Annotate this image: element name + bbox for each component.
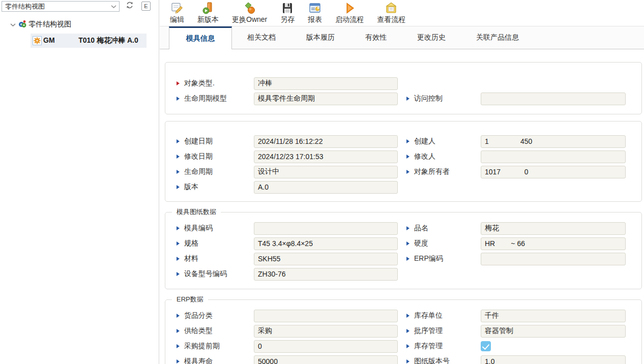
modifier-field[interactable] [481,150,626,163]
arrow-icon [177,139,180,143]
e-button-label: E [144,3,148,9]
refresh-button[interactable] [125,2,134,11]
arrow-icon [406,139,409,143]
batch-management-field[interactable]: 容器管制 [481,325,626,338]
view-selector-value: 零件结构视图 [5,2,45,11]
tree-node-root[interactable]: 零件结构视图 [0,18,159,31]
edit-icon [170,2,184,15]
fieldset-legend: 模具图纸数据 [172,207,221,217]
arrow-icon [406,314,409,318]
row-stock-unit: 库存单位 千件 [404,308,641,323]
row-spec: 规格 T45 3.4×φ8.4×25 [165,236,404,251]
modify-date-field[interactable]: 2024/12/23 17:01:53 [254,150,398,163]
field-label: 规格 [184,239,198,248]
stock-management-checkbox[interactable] [481,341,491,351]
arrow-icon [406,329,409,333]
view-process-label: 查看流程 [377,15,405,24]
tab-version-history[interactable]: 版本履历 [291,26,350,49]
chevron-down-icon [111,3,116,10]
row-product-name: 品名 梅花 [404,221,641,236]
change-owner-button[interactable]: 更换Owner [232,2,267,24]
row-creator: 创建人 1 450 [404,134,641,149]
field-label: 供给类型 [184,326,213,336]
spec-field[interactable]: T45 3.4×φ8.4×25 [254,237,398,250]
product-name-field[interactable]: 梅花 [481,222,626,235]
new-version-button[interactable]: 新版本 [197,2,219,24]
field-label: 版本 [184,183,198,192]
arrow-icon [177,314,180,318]
arrow-icon [406,359,409,363]
row-material: 材料 SKH55 [165,251,404,266]
section-basic: 对象类型. 冲棒 生命周期模型 模具零件生命周期 访问控制 [165,62,642,114]
tab-change-history[interactable]: 更改历史 [402,26,461,49]
view-process-button[interactable]: 查看流程 [377,2,405,24]
fieldset-erp-data: ERP数据 货品分类 供给类型 采购 采购提前期 0 [165,295,642,364]
save-as-button[interactable]: 另存 [280,2,295,24]
mold-code-field[interactable] [254,222,398,235]
expand-e-button[interactable]: E [141,2,151,11]
row-hardness: 硬度 HR ~ 66 [404,236,641,251]
save-as-icon [281,2,294,15]
erp-code-field[interactable] [481,253,626,265]
row-create-date: 创建日期 2024/11/28 16:12:22 [165,134,404,149]
tab-validity[interactable]: 有效性 [350,26,402,49]
tree-node-part[interactable]: GM T010 梅花冲棒 A.0 [31,34,147,48]
row-object-type: 对象类型. 冲棒 [165,76,404,91]
part-structure-icon [18,19,27,30]
tree-expander-icon[interactable] [10,20,16,28]
arrow-icon [177,155,180,159]
start-process-button[interactable]: 启动流程 [335,2,364,24]
field-label: 硬度 [414,239,428,248]
tab-related-documents[interactable]: 相关文档 [232,26,291,49]
report-button[interactable]: 报表 [308,2,322,24]
creator-field[interactable]: 1 450 [481,135,626,148]
mold-life-field[interactable]: 50000 [254,355,398,364]
equipment-model-code-field[interactable]: ZH30-76 [254,268,398,281]
refresh-icon [126,1,134,11]
tab-mold-info[interactable]: 模具信息 [169,26,232,49]
row-lifecycle: 生命周期 设计中 [165,164,404,179]
row-drawing-version: 图纸版本号 1.0 [404,354,641,364]
hardness-field[interactable]: HR ~ 66 [481,237,626,250]
version-field[interactable]: A.0 [254,181,398,194]
row-version: 版本 A.0 [165,179,404,195]
object-owner-field[interactable]: 1017 0 [481,166,626,178]
stock-unit-field[interactable]: 千件 [481,310,626,322]
row-batch-management: 批序管理 容器管制 [404,323,641,339]
fieldset-legend: ERP数据 [172,295,208,304]
goods-category-field[interactable] [254,310,398,322]
arrow-icon [177,97,180,101]
object-type-field[interactable]: 冲棒 [254,77,398,90]
field-label: 批序管理 [414,326,443,336]
arrow-icon [406,155,409,159]
lifecycle-field[interactable]: 设计中 [254,166,398,178]
edit-button[interactable]: 编辑 [170,2,184,24]
field-label: 品名 [414,224,428,233]
toolbar: 编辑 新版本 [160,0,644,26]
arrow-icon [177,257,180,261]
create-date-field[interactable]: 2024/11/28 16:12:22 [254,135,398,148]
row-mold-code: 模具编码 [165,221,404,236]
mold-info-form: 对象类型. 冲棒 生命周期模型 模具零件生命周期 访问控制 [160,49,644,364]
arrow-icon [177,329,180,333]
row-access-control: 访问控制 [404,91,641,106]
arrow-icon [406,344,409,348]
edit-label: 编辑 [170,15,184,24]
arrow-icon [177,272,180,276]
new-version-label: 新版本 [197,15,219,24]
tab-label: 相关文档 [247,33,276,42]
view-selector-dropdown[interactable]: 零件结构视图 [2,1,120,12]
purchase-lead-time-field[interactable]: 0 [254,340,398,353]
arrow-icon [177,185,180,189]
access-control-field[interactable] [481,93,626,105]
change-owner-icon [243,2,256,15]
material-field[interactable]: SKH55 [254,253,398,265]
lifecycle-model-field[interactable]: 模具零件生命周期 [254,93,398,105]
tab-label: 模具信息 [186,34,215,43]
tab-related-product-info[interactable]: 关联产品信息 [461,26,534,49]
supply-type-field[interactable]: 采购 [254,325,398,338]
arrow-icon [177,344,180,348]
view-process-icon [385,2,398,15]
row-mold-life: 模具寿命 50000 [165,354,404,364]
drawing-version-field[interactable]: 1.0 [481,355,626,364]
